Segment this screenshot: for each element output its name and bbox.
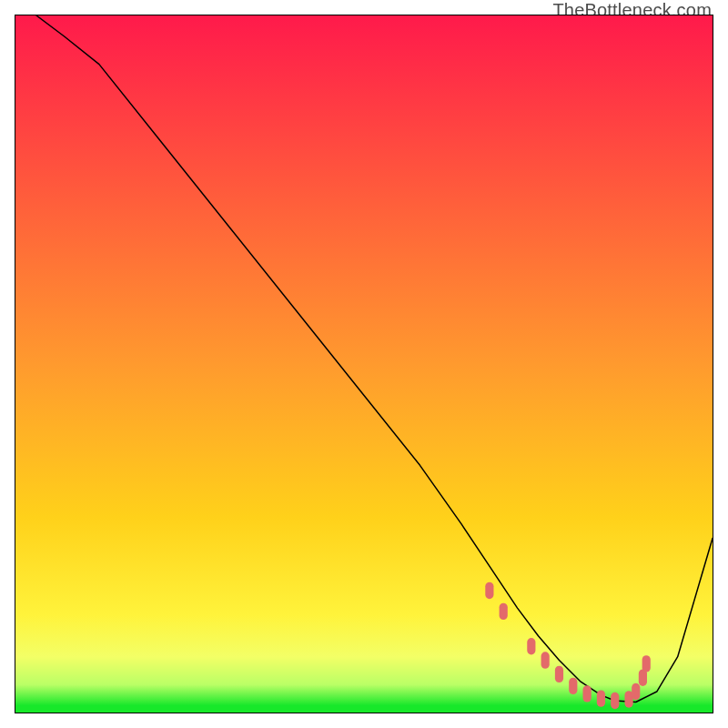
bottleneck-curve xyxy=(36,15,713,703)
trough-dot xyxy=(597,690,605,706)
trough-dot xyxy=(555,666,563,682)
curve-layer xyxy=(15,15,713,713)
plot-area xyxy=(15,15,713,713)
chart-frame: TheBottleneck.com xyxy=(0,0,728,728)
trough-dot xyxy=(642,655,651,672)
trough-dot xyxy=(485,582,493,599)
trough-dot xyxy=(527,638,535,654)
trough-dots xyxy=(485,582,651,709)
trough-dot xyxy=(611,693,619,709)
trough-dot xyxy=(541,652,550,668)
trough-dot xyxy=(500,603,508,620)
trough-dot xyxy=(583,685,592,702)
trough-dot xyxy=(632,683,640,700)
trough-dot xyxy=(569,678,577,694)
